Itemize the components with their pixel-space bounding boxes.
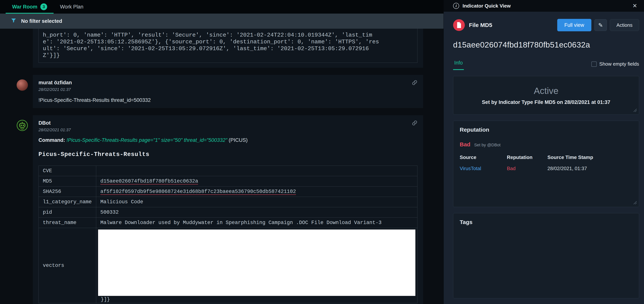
vectors-embed-image	[98, 230, 415, 296]
table-row: pid 500332	[39, 207, 418, 218]
entry-message: !Picus-Specific-Threats-Results threat_i…	[38, 97, 418, 103]
entry-gutter	[0, 115, 33, 304]
md5-indicator-link[interactable]: d15aee026074fbd18f780fb51ec0632a	[100, 178, 198, 184]
column-header: Source Time Stamp	[548, 154, 632, 160]
sha256-indicator-link[interactable]: af5f102f0597db9f5e98068724e31d68b8f7c23b…	[100, 189, 296, 195]
war-room-entry: murat özfidan 28/02/2021 01:37 !Picus-Sp…	[0, 75, 444, 108]
entry-timestamp: 28/02/2021 01:37	[38, 87, 418, 92]
verdict-row: Bad Set by @DBot	[460, 141, 632, 148]
table-row: vectors }]}	[39, 228, 418, 303]
war-room-count-badge: 3	[40, 4, 47, 10]
vectors-overflow-text: }]}	[98, 297, 415, 302]
row-value: d15aee026074fbd18f780fb51ec0632a	[96, 176, 418, 186]
tab-work-plan-label: Work Plan	[60, 4, 84, 10]
entry-card-dbot: DBot 28/02/2021 01:37 Command: !Picus-Sp…	[33, 115, 423, 304]
tab-work-plan[interactable]: Work Plan	[54, 0, 90, 14]
results-heading: Picus-Specific-Threats-Results	[38, 151, 418, 158]
resize-handle[interactable]	[633, 200, 637, 205]
row-value	[96, 166, 418, 176]
info-icon: i	[453, 3, 459, 9]
row-value: 500332	[96, 207, 418, 218]
quick-view-body: File MD5 Full view ✎ Actions d15aee02607…	[444, 12, 644, 304]
top-tab-bar: War Room 3 Work Plan	[0, 0, 444, 14]
tab-war-room[interactable]: War Room 3	[6, 0, 54, 14]
main-area: War Room 3 Work Plan No filter selected …	[0, 0, 444, 304]
row-key: MD5	[39, 176, 96, 186]
edit-icon-button[interactable]: ✎	[594, 19, 607, 31]
entry-gutter	[0, 29, 33, 68]
entry-link-icon[interactable]	[412, 120, 418, 126]
actions-button[interactable]: Actions	[610, 19, 639, 31]
row-value: Malicious Code	[96, 197, 418, 207]
full-view-button[interactable]: Full view	[557, 19, 591, 31]
row-value: Malware Downloader used by Muddywater in…	[96, 218, 418, 228]
file-indicator-icon	[453, 19, 465, 31]
quick-view-header: i Indicator Quick View ✕	[444, 0, 644, 12]
quick-view-title: Indicator Quick View	[462, 3, 511, 9]
row-key: l1_category_name	[39, 197, 96, 207]
table-row: threat_name Malware Downloader used by M…	[39, 218, 418, 228]
war-room-entry: DBot 28/02/2021 01:37 Command: !Picus-Sp…	[0, 115, 444, 304]
reputation-set-by: Set by @DBot	[474, 142, 501, 148]
close-icon[interactable]: ✕	[632, 3, 637, 9]
code-block: h_port': 0, 'name': 'HTTP', 'result': 'S…	[38, 29, 418, 63]
table-row: l1_category_name Malicious Code	[39, 197, 418, 207]
entry-link-icon[interactable]	[412, 80, 418, 86]
status-description: Set by Indicator Type File MD5 on 28/02/…	[482, 100, 610, 105]
filter-bar-label: No filter selected	[21, 18, 62, 24]
code-line: h_port': 0, 'name': 'HTTP', 'result': 'S…	[43, 32, 413, 38]
table-row: MD5 d15aee026074fbd18f780fb51ec0632a	[39, 176, 418, 186]
war-room-entry: h_port': 0, 'name': 'HTTP', 'result': 'S…	[0, 29, 444, 68]
row-value: }]}	[96, 228, 418, 303]
indicator-head: File MD5 Full view ✎ Actions	[453, 19, 639, 31]
reputation-card: Reputation Bad Set by @DBot Source Reput…	[453, 121, 639, 207]
row-key: CVE	[39, 166, 96, 176]
user-avatar	[16, 80, 28, 91]
row-value: af5f102f0597db9f5e98068724e31d68b8f7c23b…	[96, 186, 418, 197]
code-line: e': '2021-02-25T13:05:12.258695Z'}, {'so…	[43, 38, 413, 45]
reputation-timestamp: 28/02/2021, 01:37	[548, 166, 632, 172]
row-key: pid	[39, 207, 96, 218]
indicator-value: d15aee026074fbd18f780fb51ec0632a	[453, 40, 639, 50]
entry-author: murat özfidan	[38, 80, 418, 86]
code-line: ult': 'Secure', 'since': '2021-02-25T13:…	[43, 45, 413, 52]
tags-card: Tags	[453, 213, 639, 298]
entry-author: DBot	[38, 120, 418, 126]
row-key: SHA256	[39, 186, 96, 197]
reputation-source-link[interactable]: VirusTotal	[460, 166, 507, 172]
table-row: CVE	[39, 166, 418, 176]
row-key: threat_name	[39, 218, 96, 228]
show-empty-fields-label: Show empty fields	[599, 61, 639, 67]
status-card: Active Set by Indicator Type File MD5 on…	[453, 76, 639, 115]
resize-handle[interactable]	[633, 108, 637, 113]
show-empty-fields: Show empty fields	[591, 61, 639, 70]
reputation-title: Reputation	[460, 126, 632, 133]
show-empty-fields-checkbox[interactable]	[591, 62, 597, 67]
status-value: Active	[534, 86, 558, 96]
column-header: Reputation	[507, 154, 548, 160]
filter-funnel-icon[interactable]	[10, 18, 16, 25]
entry-card-code: h_port': 0, 'name': 'HTTP', 'result': 'S…	[33, 29, 423, 68]
results-table: CVE MD5 d15aee026074fbd18f780fb51ec0632a…	[38, 166, 418, 303]
command-text[interactable]: !Picus-Specific-Threats-Results page="1"…	[66, 137, 227, 143]
row-key: vectors	[39, 228, 96, 303]
tags-title: Tags	[460, 219, 632, 225]
head-buttons: Full view ✎ Actions	[557, 19, 639, 31]
entry-timestamp: 28/02/2021 01:37	[38, 128, 418, 132]
code-line: Z'}]}	[43, 52, 413, 59]
reputation-table: Source Reputation Source Time Stamp Viru…	[460, 154, 632, 172]
dbot-avatar	[16, 120, 28, 131]
war-room-feed[interactable]: h_port': 0, 'name': 'HTTP', 'result': 'S…	[0, 29, 444, 304]
tab-war-room-label: War Room	[12, 4, 37, 10]
entry-gutter	[0, 75, 33, 108]
tab-info[interactable]: Info	[453, 60, 464, 70]
command-line: Command: !Picus-Specific-Threats-Results…	[38, 137, 418, 143]
command-label: Command:	[38, 137, 65, 143]
table-row: SHA256 af5f102f0597db9f5e98068724e31d68b…	[39, 186, 418, 197]
quick-view-tabs: Info Show empty fields	[453, 60, 639, 70]
filter-bar[interactable]: No filter selected	[0, 14, 444, 29]
indicator-quick-view-panel: i Indicator Quick View ✕ File MD5 Full v…	[444, 0, 644, 304]
command-source: (PICUS)	[229, 137, 248, 143]
reputation-value: Bad	[507, 166, 548, 172]
column-header: Source	[460, 154, 507, 160]
